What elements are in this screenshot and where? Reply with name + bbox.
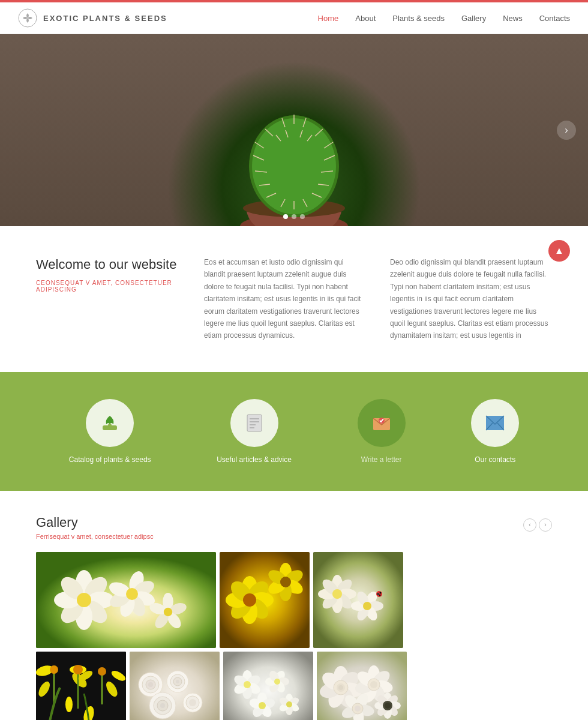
gallery-img-7[interactable] [317, 652, 407, 720]
gallery-header: Gallery Ferrisequat v amet, consectetuer… [36, 515, 552, 540]
svg-point-98 [377, 593, 379, 595]
hero-dot-2[interactable] [292, 214, 296, 219]
svg-point-154 [274, 679, 280, 685]
nav-about[interactable]: About [355, 14, 376, 23]
svg-point-128 [148, 682, 153, 687]
svg-point-100 [380, 592, 382, 593]
gallery-img-3[interactable] [313, 552, 403, 648]
back-to-top-button[interactable]: ▲ [548, 240, 570, 262]
gallery-bottom-row [36, 652, 552, 720]
flower-svg-1 [36, 552, 216, 648]
svg-point-194 [355, 706, 361, 712]
svg-point-4 [252, 118, 336, 214]
welcome-left: Welcome to our website CEONSEQUAT V AMET… [36, 256, 180, 293]
gallery-subtitle: Ferrisequat v amet, consectetuer adipsc [36, 533, 154, 540]
gallery-img-6[interactable] [223, 652, 313, 720]
flower-svg-6 [223, 652, 313, 720]
gallery-title-group: Gallery Ferrisequat v amet, consectetuer… [36, 515, 154, 540]
svg-point-99 [379, 594, 381, 596]
flower-svg-2 [220, 552, 310, 648]
gallery-title: Gallery [36, 515, 154, 530]
nav-news[interactable]: News [503, 14, 523, 23]
nav-gallery[interactable]: Gallery [461, 14, 486, 23]
plant-catalog-icon [98, 411, 122, 435]
logo[interactable]: EXOTIC PLANTS & SEEDS [18, 8, 167, 28]
welcome-subtitle: CEONSEQUAT V AMET, CONSECTETUER ADIPISCI… [36, 280, 180, 293]
hero-dot-3[interactable] [300, 214, 305, 219]
nav-home[interactable]: Home [318, 14, 339, 23]
svg-point-132 [176, 680, 179, 683]
svg-point-123 [98, 667, 106, 676]
welcome-title: Welcome to our website [36, 256, 180, 274]
gallery-top-row [36, 552, 552, 648]
nav-plants-seeds[interactable]: Plants & seeds [392, 14, 445, 23]
svg-point-139 [189, 699, 196, 706]
cactus-image [216, 88, 372, 226]
gallery-img-5[interactable] [130, 652, 220, 720]
contacts-icon [483, 411, 507, 435]
green-section: Catalog of plants & seeds Useful article… [0, 372, 588, 491]
letter-label: Write a letter [361, 455, 402, 464]
hero-dot-1[interactable] [283, 214, 288, 219]
svg-point-72 [243, 593, 256, 607]
gallery-section: Gallery Ferrisequat v amet, consectetuer… [0, 491, 588, 720]
flower-svg-5 [130, 652, 220, 720]
svg-point-89 [332, 589, 342, 599]
svg-point-204 [385, 703, 391, 709]
svg-point-56 [126, 588, 138, 600]
gallery-next-arrow[interactable]: › [539, 518, 552, 532]
svg-point-96 [363, 602, 371, 610]
svg-point-136 [160, 703, 165, 708]
svg-point-187 [370, 681, 377, 688]
gallery-arrows: ‹ › [523, 518, 552, 532]
gallery-img-1[interactable] [36, 552, 216, 648]
main-nav: Home About Plants & seeds Gallery News C… [318, 14, 570, 23]
articles-icon-circle [230, 399, 278, 447]
gallery-img-4[interactable] [36, 652, 126, 720]
green-item-catalog[interactable]: Catalog of plants & seeds [69, 399, 151, 464]
logo-text: EXOTIC PLANTS & SEEDS [43, 14, 167, 23]
articles-label: Useful articles & advice [217, 455, 292, 464]
hero-section: › [0, 34, 588, 226]
hero-arrow-right[interactable]: › [557, 121, 576, 140]
flower-svg-7 [317, 652, 407, 720]
svg-point-147 [244, 681, 251, 688]
contacts-icon-circle [471, 399, 519, 447]
green-item-letter[interactable]: Write a letter [358, 399, 406, 464]
letter-icon [370, 411, 394, 435]
flower-svg-4 [36, 652, 126, 720]
header: EXOTIC PLANTS & SEEDS Home About Plants … [0, 2, 588, 34]
contacts-label: Our contacts [475, 455, 515, 464]
svg-point-121 [65, 697, 73, 712]
svg-point-178 [338, 685, 343, 690]
hero-dots [283, 214, 305, 219]
welcome-col1: Eos et accumsan et iusto odio dignissim … [204, 256, 366, 342]
catalog-icon-circle [86, 399, 134, 447]
svg-point-48 [77, 593, 91, 607]
svg-point-28 [108, 424, 112, 427]
catalog-label: Catalog of plants & seeds [69, 455, 151, 464]
green-item-articles[interactable]: Useful articles & advice [217, 399, 292, 464]
welcome-col2: Deo odio dignissim qui blandit praesent … [390, 256, 552, 342]
articles-icon [242, 411, 266, 435]
svg-point-62 [164, 608, 172, 616]
green-item-contacts[interactable]: Our contacts [471, 399, 519, 464]
gallery-prev-arrow[interactable]: ‹ [523, 518, 536, 532]
svg-point-160 [259, 702, 266, 709]
nav-contacts[interactable]: Contacts [539, 14, 570, 23]
flower-svg-3 [313, 552, 403, 648]
svg-point-107 [50, 665, 58, 674]
welcome-section: Welcome to our website CEONSEQUAT V AMET… [0, 226, 588, 372]
logo-icon [18, 8, 37, 28]
svg-point-115 [73, 665, 83, 674]
svg-rect-29 [247, 415, 262, 431]
svg-point-167 [286, 701, 292, 707]
gallery-img-2[interactable] [220, 552, 310, 648]
svg-point-79 [280, 577, 291, 587]
letter-icon-circle [358, 399, 406, 447]
